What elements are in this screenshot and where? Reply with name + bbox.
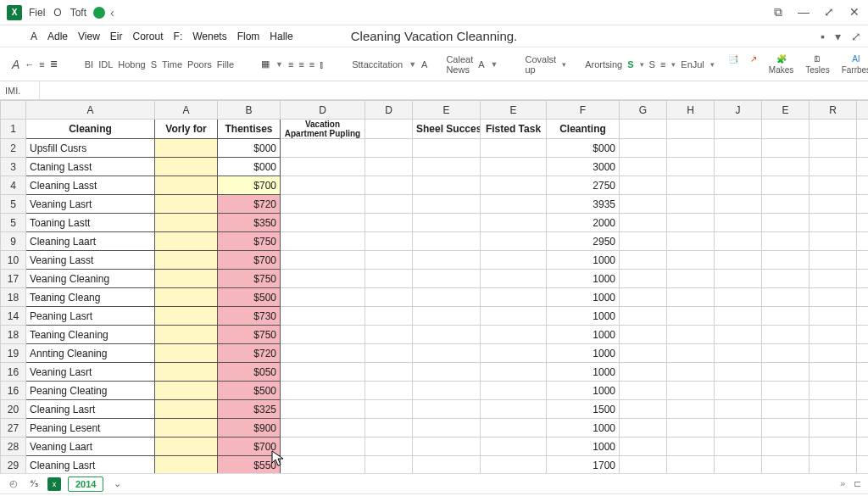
- cell[interactable]: [365, 307, 413, 326]
- cell[interactable]: [667, 419, 715, 437]
- menu-item[interactable]: Wenets: [192, 31, 226, 42]
- cell[interactable]: [810, 288, 857, 307]
- cell[interactable]: [762, 344, 810, 363]
- cell[interactable]: [857, 363, 869, 382]
- row-header[interactable]: 28: [1, 437, 26, 456]
- col-header[interactable]: D: [365, 101, 413, 120]
- cell[interactable]: [667, 139, 715, 158]
- cell[interactable]: [155, 232, 218, 251]
- cell[interactable]: [762, 251, 810, 270]
- cell[interactable]: [481, 382, 547, 400]
- cell[interactable]: Veaning Lasrt: [26, 195, 155, 214]
- cell[interactable]: [620, 456, 667, 474]
- cell[interactable]: [762, 326, 810, 344]
- menu-item[interactable]: View: [78, 31, 100, 42]
- cell[interactable]: [667, 195, 715, 214]
- ribbon-dropdown[interactable]: Covalst up: [525, 54, 556, 75]
- cell[interactable]: [810, 176, 857, 195]
- col-header[interactable]: R: [810, 101, 857, 120]
- cell[interactable]: [413, 195, 481, 214]
- cell[interactable]: 1000: [547, 363, 620, 382]
- cell[interactable]: [481, 400, 547, 419]
- cell[interactable]: Cleaning Laart: [26, 232, 155, 251]
- col-header[interactable]: F: [547, 101, 620, 120]
- cell[interactable]: [667, 326, 715, 344]
- cell[interactable]: [413, 363, 481, 382]
- cell[interactable]: [155, 400, 218, 419]
- cell[interactable]: [365, 437, 413, 456]
- menu-item[interactable]: Halle: [270, 31, 292, 42]
- cell[interactable]: [810, 456, 857, 474]
- cell[interactable]: [715, 288, 762, 307]
- cell[interactable]: [481, 437, 547, 456]
- cell[interactable]: $500: [218, 288, 281, 307]
- ribbon-btn[interactable]: BI: [85, 59, 93, 70]
- cell[interactable]: [481, 232, 547, 251]
- cell[interactable]: 1500: [547, 400, 620, 419]
- cell[interactable]: [620, 195, 667, 214]
- cell[interactable]: [281, 437, 365, 456]
- cell[interactable]: [413, 326, 481, 344]
- cell[interactable]: [281, 176, 365, 195]
- cell[interactable]: [715, 214, 762, 232]
- row-header[interactable]: 29: [1, 456, 26, 474]
- cell[interactable]: [810, 251, 857, 270]
- cell[interactable]: [857, 214, 869, 232]
- cell[interactable]: [481, 214, 547, 232]
- cell[interactable]: [481, 176, 547, 195]
- cell[interactable]: [155, 195, 218, 214]
- col-header[interactable]: G: [620, 101, 667, 120]
- cell[interactable]: Teaning Cleang: [26, 288, 155, 307]
- cell[interactable]: [762, 456, 810, 474]
- spreadsheet-grid[interactable]: A A B D D E E F G H J E R F 1 Cleaning V…: [0, 100, 868, 473]
- menu-item[interactable]: A: [31, 31, 37, 42]
- ribbon-btn[interactable]: Fille: [217, 59, 234, 70]
- row-header[interactable]: 27: [1, 419, 26, 437]
- align-icon[interactable]: ≡: [39, 59, 44, 70]
- cell[interactable]: [810, 400, 857, 419]
- cell[interactable]: Toaning Lastt: [26, 214, 155, 232]
- cell[interactable]: [620, 288, 667, 307]
- row-header[interactable]: 1: [1, 120, 26, 139]
- cell[interactable]: Veaning Laart: [26, 437, 155, 456]
- cell[interactable]: [762, 288, 810, 307]
- cell[interactable]: [481, 419, 547, 437]
- ribbon-dropdown[interactable]: Sttaccitation: [352, 59, 403, 70]
- cell[interactable]: [762, 232, 810, 251]
- cell[interactable]: 2000: [547, 214, 620, 232]
- cell[interactable]: [365, 456, 413, 474]
- cell[interactable]: [762, 307, 810, 326]
- cell[interactable]: $550: [218, 456, 281, 474]
- cell[interactable]: [667, 176, 715, 195]
- cell[interactable]: [762, 214, 810, 232]
- cell[interactable]: $000: [218, 158, 281, 176]
- cell[interactable]: [762, 437, 810, 456]
- cell[interactable]: [281, 419, 365, 437]
- cell[interactable]: [281, 326, 365, 344]
- header-cell[interactable]: Vacation Apartment Pupling: [281, 120, 365, 139]
- cell[interactable]: [281, 456, 365, 474]
- cell[interactable]: 1000: [547, 326, 620, 344]
- ribbon-button[interactable]: ↗: [750, 54, 757, 64]
- cell[interactable]: $325: [218, 400, 281, 419]
- cell[interactable]: $750: [218, 232, 281, 251]
- cell[interactable]: [810, 307, 857, 326]
- cell[interactable]: [715, 419, 762, 437]
- col-header[interactable]: J: [715, 101, 762, 120]
- cell[interactable]: [281, 344, 365, 363]
- cell[interactable]: [857, 270, 869, 288]
- cell[interactable]: $350: [218, 214, 281, 232]
- cell[interactable]: $050: [218, 363, 281, 382]
- title-menu-item[interactable]: O: [53, 7, 61, 19]
- col-header[interactable]: D: [281, 101, 365, 120]
- cell[interactable]: [857, 344, 869, 363]
- cell[interactable]: [667, 158, 715, 176]
- cell[interactable]: [715, 251, 762, 270]
- cell[interactable]: [810, 139, 857, 158]
- cell[interactable]: [620, 307, 667, 326]
- cell[interactable]: Ctaning Lasst: [26, 158, 155, 176]
- cell[interactable]: [481, 456, 547, 474]
- cell[interactable]: [715, 344, 762, 363]
- cell[interactable]: [667, 363, 715, 382]
- cell[interactable]: [281, 307, 365, 326]
